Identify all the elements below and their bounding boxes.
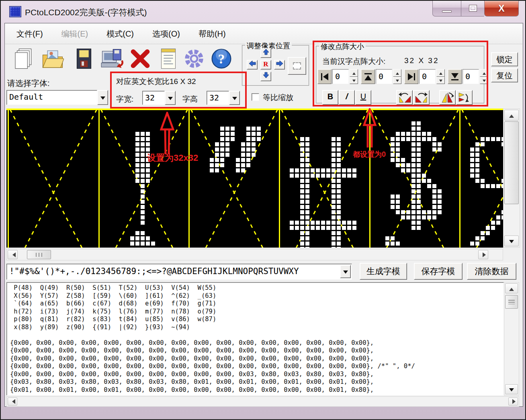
scroll-left-button[interactable] bbox=[8, 397, 17, 406]
font-style-buttons: B/U bbox=[322, 90, 371, 105]
minimize-button[interactable] bbox=[432, 1, 461, 16]
spinner-down-button[interactable] bbox=[350, 77, 358, 84]
menu-item-0[interactable]: 文件(F) bbox=[16, 29, 43, 39]
spinner-down-button[interactable] bbox=[393, 77, 401, 84]
character-strip-dropdown-button[interactable] bbox=[340, 265, 351, 278]
char-width-dropdown-button[interactable] bbox=[165, 91, 176, 105]
save-font-button[interactable]: 保存字模 bbox=[414, 263, 463, 280]
scroll-down-button[interactable] bbox=[504, 236, 519, 246]
pad-left-icon[interactable] bbox=[317, 69, 332, 84]
scroll-thumb[interactable] bbox=[27, 250, 51, 259]
maximize-icon bbox=[469, 5, 477, 11]
new-file-button[interactable] bbox=[11, 46, 36, 72]
scroll-right-button[interactable] bbox=[508, 397, 518, 406]
titlebar[interactable]: PCtoLCD2002完美版-(字符模式) X bbox=[1, 1, 525, 23]
move-left-button[interactable] bbox=[247, 60, 258, 70]
lock-button[interactable]: 锁定 bbox=[491, 52, 518, 66]
app-window: PCtoLCD2002完美版-(字符模式) X 文件(F)编辑(E)模式(C)选… bbox=[0, 0, 526, 420]
arrow-right-icon bbox=[512, 399, 518, 404]
lcd-preview-canvas[interactable] bbox=[6, 109, 503, 248]
offset-control-1: 0 bbox=[361, 69, 401, 84]
rotate-right-button[interactable] bbox=[413, 90, 430, 105]
offset-spinner bbox=[393, 69, 401, 84]
char-height-value: 32 bbox=[207, 91, 229, 105]
output-horizontal-scrollbar[interactable] bbox=[6, 396, 519, 407]
menu-item-2[interactable]: 模式(C) bbox=[106, 29, 134, 39]
spinner-up-button[interactable] bbox=[393, 69, 401, 77]
lcd-vertical-scrollbar[interactable] bbox=[503, 109, 520, 248]
output-text-area[interactable]: P(48) Q(49) R(50) S(51) T(52) U(53) V(54… bbox=[6, 282, 504, 395]
open-file-button[interactable] bbox=[40, 46, 65, 72]
italic-button[interactable]: / bbox=[339, 90, 355, 105]
save-button[interactable] bbox=[72, 46, 96, 72]
pad-top-icon[interactable] bbox=[361, 69, 375, 84]
char-height-combobox[interactable]: 32 bbox=[207, 91, 240, 105]
font-select-combobox[interactable]: Default bbox=[6, 90, 108, 105]
current-matrix-value: 32 X 32 bbox=[404, 56, 439, 65]
char-height-dropdown-button[interactable] bbox=[229, 91, 240, 105]
flip-vertical-button[interactable] bbox=[439, 90, 456, 105]
scroll-down-button[interactable] bbox=[505, 384, 518, 394]
scroll-up-button[interactable] bbox=[505, 283, 518, 293]
help-button[interactable]: ? bbox=[209, 46, 234, 72]
move-up-button[interactable] bbox=[260, 48, 271, 58]
arrow-down-icon bbox=[352, 80, 356, 84]
character-strip: !"#$%&'()*+,-./0123456789:;<=>?@ABCDEFGH… bbox=[6, 264, 352, 280]
character-strip-text[interactable]: !"#$%&'()*+,-./0123456789:;<=>?@ABCDEFGH… bbox=[6, 264, 352, 280]
center-align-button[interactable] bbox=[288, 57, 306, 75]
move-down-button[interactable] bbox=[260, 72, 271, 81]
annotation-label-2: 都设置为0 bbox=[353, 150, 386, 159]
underline-button[interactable]: U bbox=[355, 90, 371, 105]
settings-button[interactable] bbox=[182, 46, 207, 72]
output-vertical-scrollbar[interactable] bbox=[504, 282, 519, 395]
flip-horizontal-button[interactable] bbox=[456, 90, 473, 105]
generate-font-button[interactable]: 生成字模 bbox=[360, 263, 407, 280]
scroll-thumb[interactable] bbox=[504, 121, 519, 204]
r-center-label: R bbox=[263, 60, 268, 68]
scroll-up-button[interactable] bbox=[504, 110, 519, 121]
close-button[interactable]: X bbox=[484, 1, 519, 16]
arrow-up-icon bbox=[262, 49, 270, 55]
chevron-down-icon bbox=[232, 97, 237, 102]
delete-button[interactable] bbox=[128, 46, 153, 72]
pad-bottom-icon bbox=[450, 72, 459, 81]
spinner-up-button[interactable] bbox=[436, 69, 445, 77]
offset-value-field[interactable]: 0 bbox=[419, 69, 436, 84]
maximize-button[interactable] bbox=[461, 1, 484, 16]
lcd-horizontal-scrollbar[interactable] bbox=[6, 249, 503, 260]
scale-proportional-checkbox[interactable] bbox=[252, 93, 259, 101]
pad-top-icon bbox=[364, 72, 372, 81]
pad-right-icon[interactable] bbox=[404, 69, 418, 84]
export-icon bbox=[101, 47, 123, 70]
pad-center-r-button[interactable]: R bbox=[260, 60, 271, 70]
pad-bottom-icon[interactable] bbox=[448, 69, 462, 84]
menu-item-1[interactable]: 编辑(E) bbox=[61, 29, 88, 39]
spinner-down-button[interactable] bbox=[436, 77, 445, 84]
char-width-combobox[interactable]: 32 bbox=[142, 91, 176, 105]
move-right-button[interactable] bbox=[274, 60, 285, 70]
spinner-up-button[interactable] bbox=[480, 69, 488, 77]
annotation-arrow-up-icon bbox=[160, 112, 174, 156]
font-select-dropdown-button[interactable] bbox=[97, 90, 108, 105]
offset-value-field[interactable]: 0 bbox=[463, 69, 479, 84]
scroll-right-button[interactable] bbox=[478, 250, 488, 259]
rotate-left-icon bbox=[398, 91, 411, 103]
clear-data-button[interactable]: 清除数据 bbox=[467, 263, 516, 280]
report-button[interactable] bbox=[156, 46, 181, 72]
bold-button[interactable]: B bbox=[322, 90, 338, 105]
center-align-icon bbox=[293, 62, 301, 70]
export-button[interactable] bbox=[100, 46, 125, 72]
save-icon bbox=[73, 47, 95, 70]
spinner-up-button[interactable] bbox=[350, 69, 358, 77]
scroll-thumb[interactable] bbox=[505, 295, 518, 309]
menu-item-4[interactable]: 帮助(H) bbox=[199, 29, 226, 39]
offset-value-field[interactable]: 0 bbox=[376, 69, 392, 84]
new-file-icon bbox=[12, 47, 35, 70]
offset-value-field[interactable]: 0 bbox=[332, 69, 349, 84]
reset-button[interactable]: 复位 bbox=[491, 68, 518, 82]
menu-item-3[interactable]: 选项(O) bbox=[152, 29, 180, 39]
rotate-left-button[interactable] bbox=[396, 90, 413, 105]
scroll-left-button[interactable] bbox=[8, 250, 18, 259]
flip-vertical-icon bbox=[441, 91, 454, 103]
spinner-down-button[interactable] bbox=[480, 77, 488, 84]
